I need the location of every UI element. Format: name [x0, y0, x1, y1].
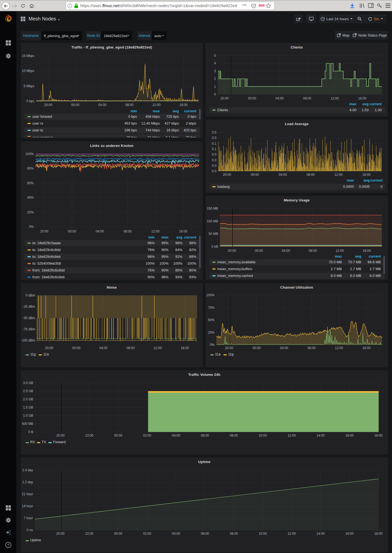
svg-text:0%: 0% [210, 343, 215, 347]
svg-text:22:00: 22:00 [85, 434, 93, 437]
svg-text:1.5 GB: 1.5 GB [23, 406, 33, 409]
svg-text:04:00: 04:00 [280, 346, 288, 350]
svg-text:04:00: 04:00 [282, 249, 290, 253]
svg-text:10:00: 10:00 [259, 434, 267, 437]
svg-text:20:00: 20:00 [223, 173, 231, 177]
svg-text:00:00: 00:00 [71, 103, 79, 107]
svg-text:16:00: 16:00 [181, 346, 189, 350]
svg-text:-25 dBm: -25 dBm [23, 305, 35, 309]
svg-text:-75 dBm: -75 dBm [23, 327, 35, 331]
svg-text:20%: 20% [27, 210, 34, 214]
svg-text:0.0: 0.0 [212, 158, 216, 162]
svg-text:16:00: 16:00 [179, 229, 187, 233]
svg-text:16:00: 16:00 [358, 96, 366, 100]
svg-text:14:00: 14:00 [317, 532, 325, 536]
svg-text:500 MB: 500 MB [22, 422, 33, 426]
svg-text:16:00: 16:00 [179, 103, 188, 107]
svg-text:7 hour: 7 hour [24, 516, 33, 520]
svg-text:5 Mbps: 5 Mbps [24, 84, 34, 88]
svg-text:16:00: 16:00 [362, 346, 370, 350]
svg-text:12:00: 12:00 [151, 229, 160, 233]
svg-text:00:00: 00:00 [248, 96, 256, 100]
svg-text:20:00: 20:00 [56, 434, 65, 437]
svg-text:04:00: 04:00 [99, 346, 108, 350]
svg-text:00:00: 00:00 [255, 249, 263, 253]
svg-text:02:00: 02:00 [143, 434, 151, 437]
svg-text:1.4 day: 1.4 day [22, 468, 33, 472]
svg-text:100%: 100% [206, 293, 215, 297]
svg-text:0.3: 0.3 [212, 136, 216, 140]
svg-text:5: 5 [214, 54, 216, 58]
svg-text:100%: 100% [25, 152, 34, 156]
svg-text:50 MB: 50 MB [209, 232, 218, 236]
svg-text:75%: 75% [208, 306, 215, 310]
svg-text:0.0: 0.0 [212, 164, 216, 168]
svg-text:15 Mbps: 15 Mbps [22, 54, 34, 58]
svg-text:20:00: 20:00 [44, 103, 52, 107]
svg-text:16:00: 16:00 [362, 173, 370, 177]
svg-text:12:00: 12:00 [335, 346, 343, 350]
svg-text:4: 4 [214, 61, 216, 65]
svg-text:04:00: 04:00 [279, 173, 287, 177]
svg-text:1: 1 [214, 85, 216, 89]
svg-text:14 hour: 14 hour [22, 504, 33, 508]
svg-text:08:00: 08:00 [309, 249, 317, 253]
svg-text:00:00: 00:00 [114, 532, 122, 536]
svg-text:16:00: 16:00 [363, 249, 371, 253]
svg-text:150 MB: 150 MB [207, 207, 218, 210]
svg-text:2: 2 [214, 77, 216, 81]
svg-text:12:00: 12:00 [334, 173, 342, 177]
svg-text:0.5: 0.5 [212, 131, 216, 134]
svg-text:12:00: 12:00 [331, 96, 339, 100]
svg-text:10 Mbps: 10 Mbps [22, 69, 34, 73]
svg-text:3: 3 [214, 69, 216, 73]
svg-text:20:00: 20:00 [220, 96, 229, 100]
svg-text:04:00: 04:00 [275, 96, 284, 100]
svg-text:08:00: 08:00 [124, 229, 132, 233]
svg-text:18:00: 18:00 [374, 434, 382, 437]
svg-text:0 ns: 0 ns [27, 528, 33, 532]
svg-text:00:00: 00:00 [252, 346, 261, 350]
svg-text:16:00: 16:00 [345, 434, 354, 437]
svg-text:1.2 day: 1.2 day [22, 480, 33, 484]
svg-text:0.0: 0.0 [212, 169, 216, 173]
svg-text:-50 dBm: -50 dBm [23, 316, 35, 320]
svg-text:08:00: 08:00 [303, 96, 311, 100]
svg-text:08:00: 08:00 [307, 173, 315, 177]
svg-text:3.0 GB: 3.0 GB [23, 381, 33, 385]
svg-text:06:00: 06:00 [201, 532, 209, 536]
svg-text:2.5 GB: 2.5 GB [23, 389, 33, 393]
svg-text:22:00: 22:00 [85, 532, 93, 536]
svg-text:20:00: 20:00 [225, 346, 233, 350]
svg-text:04:00: 04:00 [172, 434, 180, 437]
svg-text:0 dBm: 0 dBm [26, 294, 35, 297]
svg-text:60%: 60% [27, 181, 34, 185]
svg-text:18:00: 18:00 [374, 532, 382, 536]
svg-text:-100 dBm: -100 dBm [21, 339, 35, 342]
svg-text:1.0 GB: 1.0 GB [23, 414, 33, 418]
svg-text:10:00: 10:00 [259, 532, 267, 536]
svg-text:50%: 50% [208, 318, 215, 322]
svg-text:16:00: 16:00 [345, 532, 354, 536]
svg-text:0.0: 0.0 [212, 153, 216, 156]
svg-text:12:00: 12:00 [336, 249, 344, 253]
svg-text:04:00: 04:00 [98, 103, 106, 107]
svg-text:100 MB: 100 MB [207, 219, 218, 223]
svg-text:2.0 GB: 2.0 GB [23, 397, 33, 401]
svg-text:12:00: 12:00 [154, 346, 162, 350]
svg-text:0%: 0% [29, 225, 34, 229]
svg-text:12:00: 12:00 [287, 532, 296, 536]
svg-text:20:00: 20:00 [56, 532, 65, 536]
svg-text:40%: 40% [27, 196, 34, 200]
svg-text:80%: 80% [27, 167, 34, 170]
svg-text:04:00: 04:00 [96, 229, 104, 233]
svg-text:08:00: 08:00 [127, 346, 135, 350]
svg-text:08:00: 08:00 [125, 103, 133, 107]
svg-text:02:00: 02:00 [143, 532, 151, 536]
svg-text:?: ? [7, 543, 10, 547]
svg-text:08:00: 08:00 [230, 434, 238, 437]
svg-text:00:00: 00:00 [251, 173, 259, 177]
svg-text:06:00: 06:00 [201, 434, 209, 437]
svg-text:21 hour: 21 hour [22, 492, 33, 496]
svg-text:0.1: 0.1 [212, 147, 216, 151]
